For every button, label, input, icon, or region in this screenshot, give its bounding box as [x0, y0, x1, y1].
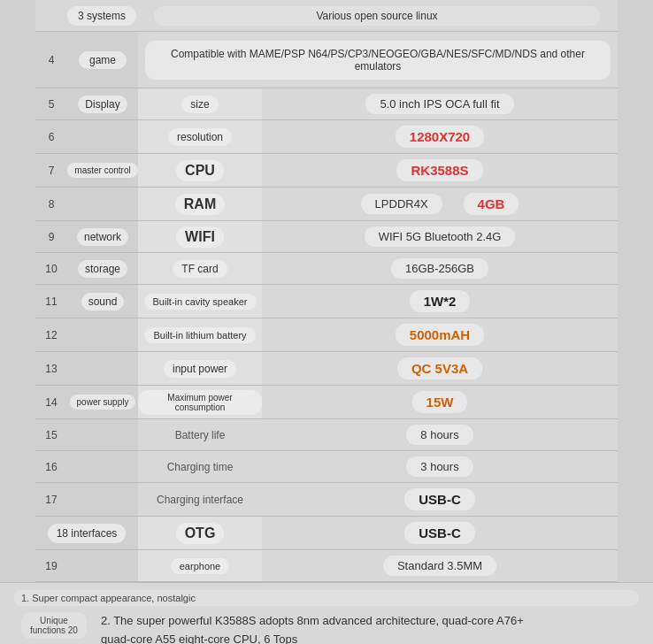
sub-speaker-label: Built-in cavity speaker [144, 294, 257, 310]
row-charging-interface: 17 Charging interface USB-C [35, 483, 618, 517]
val-otg-text: USB-C [404, 522, 475, 544]
val-ram-size: 4GB [464, 193, 519, 215]
row-storage: 10 storage TF card 16GB-256GB [35, 253, 618, 285]
val-resolution-text: 1280X720 [396, 126, 484, 148]
val-cpu-text: RK3588S [396, 159, 482, 181]
cat-storage: storage [67, 253, 138, 284]
row-ram: 8 RAM LPDDR4X 4GB [35, 188, 618, 221]
cat-charging-interface-empty [67, 483, 138, 516]
val-earphone-text: Standard 3.5MM [383, 556, 496, 576]
main-container: 3 systems Various open source linux 4 ga… [0, 0, 653, 644]
val-storage: 16GB-256GB [262, 253, 618, 284]
cat-storage-label: storage [78, 260, 127, 278]
val-sound: 1W*2 [262, 285, 618, 318]
sub-input-power: input power [138, 352, 262, 385]
sub-cpu: CPU [138, 154, 262, 187]
game-cat-label: game [79, 51, 127, 69]
num-19: 19 [35, 550, 67, 581]
cat-display: Display [67, 88, 138, 119]
val-earphone: Standard 3.5MM [262, 550, 618, 581]
notes-content: 2. The super powerful K3588S adopts 8nm … [94, 612, 632, 644]
cat-network-label: network [77, 228, 128, 246]
game-cat: game [67, 32, 138, 88]
val-network-text: WIFI 5G Bluetooth 2.4G [365, 226, 516, 247]
cat-display-label: Display [78, 96, 127, 113]
note-line-1: 1. Super compact appearance, nostalgic [14, 590, 639, 606]
cat-charging-time-empty [67, 451, 138, 482]
cat-sound: sound [67, 285, 138, 318]
sub-charging-interface-label: Charging interface [157, 494, 243, 506]
val-charging-interface-text: USB-C [404, 488, 475, 510]
val-charging-interface: USB-C [262, 483, 618, 516]
sub-cpu-label: CPU [176, 160, 224, 181]
sub-input-power-label: input power [164, 360, 236, 378]
val-battery-cap-text: 5000mAH [396, 324, 484, 346]
sub-max-power: Maximum power consumption [138, 386, 262, 418]
sub-earphone: earphone [138, 550, 262, 581]
cat-power-supply-label: power supply [70, 395, 136, 410]
num-6: 6 [35, 120, 67, 153]
sub-tfcard: TF card [138, 253, 262, 284]
val-resolution: 1280X720 [262, 120, 618, 153]
sub-wifi-label: WIFI [176, 226, 224, 248]
sub-earphone-label: earphone [171, 558, 230, 574]
sub-resolution-label: resolution [168, 128, 232, 146]
val-input-power-text: QC 5V3A [397, 357, 482, 380]
game-num: 4 [35, 32, 67, 88]
val-cpu: RK3588S [262, 154, 618, 187]
cat-battery-empty [67, 318, 138, 351]
val-battery-life: 8 hours [262, 419, 618, 450]
cat-resolution-empty [67, 120, 138, 153]
systems-badge: 3 systems [67, 6, 136, 26]
sub-wifi: WIFI [138, 221, 262, 252]
row-charging-time: 16 Charging time 3 hours [35, 451, 618, 483]
val-input-power: QC 5V3A [262, 352, 618, 385]
row-earphone: 19 earphone Standard 3.5MM [35, 550, 618, 582]
val-storage-text: 16GB-256GB [391, 258, 488, 279]
cat-master-control: master control [67, 154, 138, 187]
systems-row: 3 systems Various open source linux [35, 0, 618, 32]
sub-max-power-label: Maximum power consumption [138, 390, 262, 415]
sub-speaker: Built-in cavity speaker [138, 285, 262, 318]
row-power-consumption: 14 power supply Maximum power consumptio… [35, 386, 618, 419]
num-11: 11 [35, 285, 67, 318]
val-max-power-text: 15W [412, 391, 468, 413]
val-sound-text: 1W*2 [410, 290, 471, 312]
cat-sound-label: sound [81, 293, 125, 310]
unique-label: Unique functions 20 [21, 612, 87, 639]
sub-ram: RAM [138, 188, 262, 220]
sub-charging-interface: Charging interface [138, 483, 262, 516]
val-ram-group: LPDDR4X 4GB [262, 188, 618, 220]
val-network: WIFI 5G Bluetooth 2.4G [262, 221, 618, 252]
val-max-power: 15W [262, 386, 618, 418]
cat-battery-life-empty [67, 419, 138, 450]
note-line-2: 2. The super powerful K3588S adopts 8nm … [94, 612, 632, 629]
num-8: 8 [35, 188, 67, 220]
unique-row: Unique functions 20 2. The super powerfu… [14, 609, 639, 644]
row-battery-life: 15 Battery life 8 hours [35, 419, 618, 451]
row-display-size: 5 Display size 5.0 inch IPS OCA full fit [35, 88, 618, 120]
val-size-text: 5.0 inch IPS OCA full fit [365, 94, 513, 114]
num-9: 9 [35, 221, 67, 252]
cat-ram-empty [67, 188, 138, 220]
systems-value: Various open source linux [154, 6, 600, 26]
val-battery-cap: 5000mAH [262, 318, 618, 351]
row-resolution: 6 resolution 1280X720 [35, 120, 618, 154]
game-value: Compatible with MAME/PSP N64/PS/CP3/NEOG… [138, 32, 618, 88]
sub-size-label: size [181, 96, 218, 113]
cat-input-empty [67, 352, 138, 385]
num-12: 12 [35, 318, 67, 351]
sub-ram-label: RAM [175, 194, 225, 215]
functions-text: functions 20 [30, 625, 78, 635]
num-7: 7 [35, 154, 67, 187]
sub-battery-life-label: Battery life [175, 429, 226, 441]
badge-18-label: 18 interfaces [48, 524, 127, 543]
sub-charging-time: Charging time [138, 451, 262, 482]
cat-earphone-empty [67, 550, 138, 581]
num-13: 13 [35, 352, 67, 385]
sub-size: size [138, 88, 262, 119]
cat-master-label: master control [67, 163, 137, 178]
val-otg: USB-C [262, 517, 618, 549]
game-row: 4 game Compatible with MAME/PSP N64/PS/C… [35, 32, 618, 88]
sub-tfcard-label: TF card [173, 260, 227, 278]
